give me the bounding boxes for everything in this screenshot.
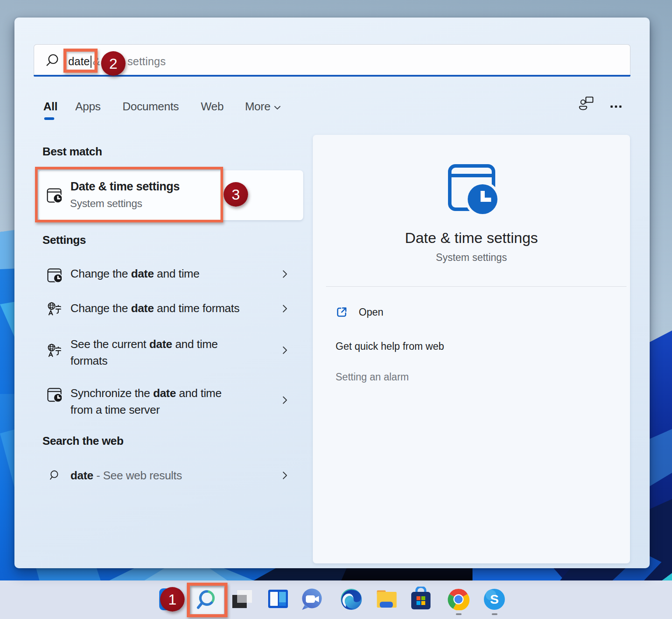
svg-text:S: S <box>490 592 499 606</box>
